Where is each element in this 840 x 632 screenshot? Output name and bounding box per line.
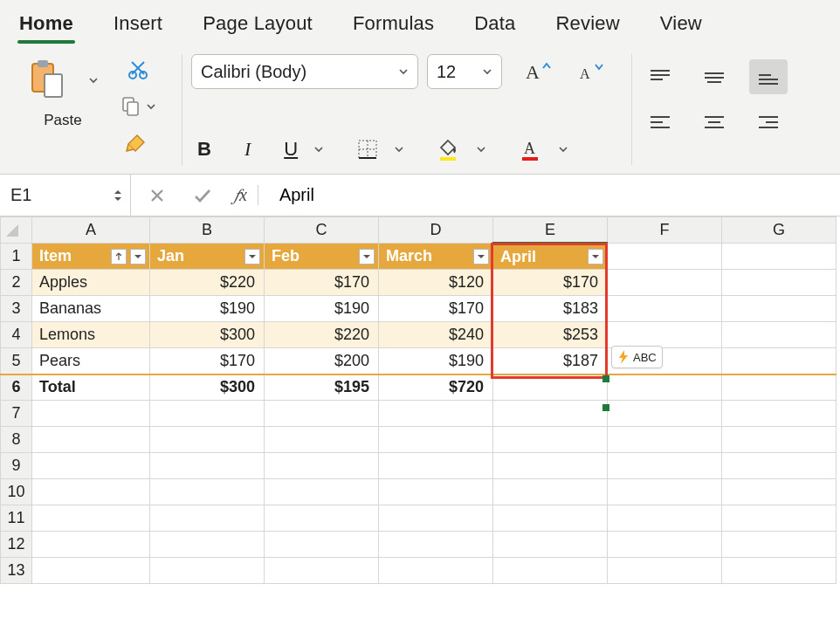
col-header-G[interactable]: G [722, 217, 837, 244]
filter-button-apr[interactable] [588, 249, 603, 264]
cell-C4[interactable]: $220 [265, 322, 379, 348]
row-header-7[interactable]: 7 [1, 401, 32, 427]
cell-G11[interactable] [722, 505, 837, 532]
cell-C9[interactable] [265, 453, 379, 479]
fx-label[interactable]: 𝑓x [234, 185, 258, 205]
cell-F2[interactable] [608, 270, 722, 296]
col-header-E[interactable]: E [493, 217, 608, 244]
cell-B4[interactable]: $300 [150, 322, 265, 348]
italic-button[interactable]: I [238, 134, 257, 165]
cell-D9[interactable] [379, 453, 493, 479]
cell-E6[interactable] [493, 374, 608, 401]
copy-button[interactable] [114, 91, 162, 122]
row-header-9[interactable]: 9 [1, 453, 32, 479]
cell-F3[interactable] [608, 296, 722, 322]
tab-review[interactable]: Review [554, 7, 622, 45]
tab-data[interactable]: Data [472, 7, 517, 45]
cell-A8[interactable] [32, 427, 150, 453]
cell-B2[interactable]: $220 [150, 270, 265, 296]
cell-E11[interactable] [493, 505, 608, 532]
table-header-apr[interactable]: April [493, 244, 608, 270]
cell-F12[interactable] [608, 532, 722, 558]
cell-B7[interactable] [150, 401, 265, 427]
bold-button[interactable]: B [191, 134, 217, 165]
cell-D6[interactable]: $720 [379, 374, 493, 401]
align-center-button[interactable] [695, 105, 733, 140]
cell-B10[interactable] [150, 479, 265, 505]
format-painter-button[interactable] [114, 127, 162, 159]
cell-C12[interactable] [265, 532, 379, 558]
cell-F9[interactable] [608, 453, 722, 479]
cell-E9[interactable] [493, 453, 608, 479]
cell-D4[interactable]: $240 [379, 322, 493, 348]
table-header-item[interactable]: Item [32, 244, 150, 270]
align-bottom-button[interactable] [749, 59, 788, 94]
cell-A13[interactable] [32, 558, 150, 584]
cell-G9[interactable] [722, 453, 837, 479]
cut-button[interactable] [114, 54, 162, 86]
col-header-F[interactable]: F [608, 217, 722, 244]
cell-E13[interactable] [493, 558, 608, 584]
cell-B9[interactable] [150, 453, 265, 479]
cell-C8[interactable] [265, 427, 379, 453]
cell-D10[interactable] [379, 479, 493, 505]
namebox-down-icon[interactable] [113, 196, 123, 203]
align-top-button[interactable] [641, 59, 679, 94]
shrink-font-button[interactable]: A [574, 55, 612, 88]
cell-C6[interactable]: $195 [265, 374, 379, 401]
table-header-mar[interactable]: March [379, 244, 493, 270]
cell-E10[interactable] [493, 479, 608, 505]
cell-C5[interactable]: $200 [265, 348, 379, 374]
fill-color-dropdown[interactable] [470, 140, 492, 159]
worksheet-grid[interactable]: A B C D E F G 1 Item Jan [0, 216, 840, 632]
cell-G10[interactable] [722, 479, 837, 505]
cell-A10[interactable] [32, 479, 150, 505]
tab-page-layout[interactable]: Page Layout [201, 7, 314, 45]
cell-G8[interactable] [722, 427, 837, 453]
cell-A11[interactable] [32, 505, 150, 532]
cell-A4[interactable]: Lemons [32, 322, 150, 348]
cell-C10[interactable] [265, 479, 379, 505]
filter-button-jan[interactable] [244, 249, 260, 264]
cell-C3[interactable]: $190 [265, 296, 379, 322]
cell-G7[interactable] [722, 401, 837, 427]
cell-D8[interactable] [379, 427, 493, 453]
row-header-11[interactable]: 11 [1, 505, 32, 532]
formula-input[interactable] [271, 175, 840, 216]
align-right-button[interactable] [749, 105, 788, 140]
underline-dropdown[interactable] [307, 140, 330, 159]
cell-B11[interactable] [150, 505, 265, 532]
borders-dropdown[interactable] [388, 140, 410, 159]
align-left-button[interactable] [641, 105, 679, 140]
cell-D2[interactable]: $120 [379, 270, 493, 296]
cell-F8[interactable] [608, 427, 722, 453]
cell-F4[interactable] [608, 322, 722, 348]
font-color-dropdown[interactable] [552, 140, 575, 159]
cell-D11[interactable] [379, 505, 493, 532]
cell-E5[interactable]: $187 [493, 348, 608, 374]
cell-B8[interactable] [150, 427, 265, 453]
select-all-corner[interactable] [1, 217, 32, 244]
cell-E4[interactable]: $253 [493, 322, 608, 348]
row-header-4[interactable]: 4 [1, 322, 32, 348]
col-header-D[interactable]: D [379, 217, 493, 244]
cell-G1[interactable] [722, 244, 837, 270]
cell-A12[interactable] [32, 532, 150, 558]
cell-A5[interactable]: Pears [32, 348, 150, 374]
flash-fill-options-button[interactable]: ABC [611, 346, 663, 368]
row-header-3[interactable]: 3 [1, 296, 32, 322]
namebox-up-icon[interactable] [113, 188, 123, 196]
filter-button-item[interactable] [130, 249, 146, 264]
sort-asc-icon[interactable] [111, 249, 127, 264]
col-header-C[interactable]: C [265, 217, 379, 244]
cell-A7[interactable] [32, 401, 150, 427]
cell-C11[interactable] [265, 505, 379, 532]
tab-insert[interactable]: Insert [112, 7, 164, 45]
cell-C13[interactable] [265, 558, 379, 584]
autofill-handle[interactable] [602, 375, 609, 382]
range-corner-handle[interactable] [602, 404, 609, 411]
paste-dropdown[interactable] [82, 71, 105, 90]
table-header-feb[interactable]: Feb [265, 244, 379, 270]
grow-font-button[interactable]: A [520, 55, 558, 88]
cell-G2[interactable] [722, 270, 837, 296]
